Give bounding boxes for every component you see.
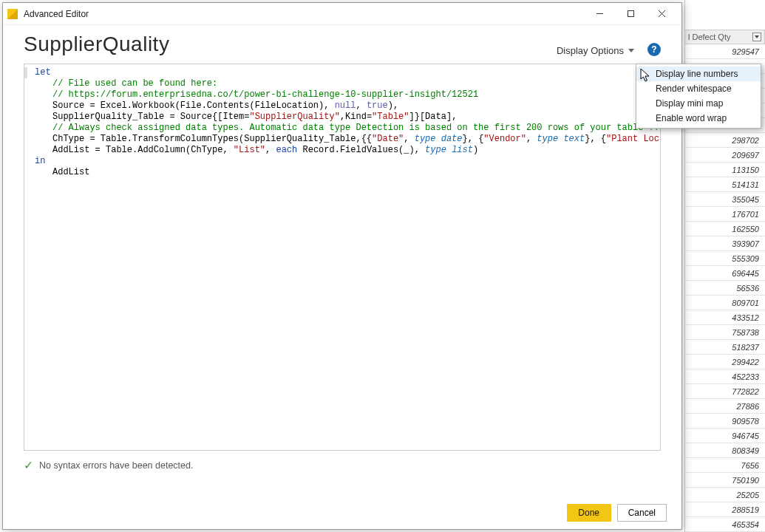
display-options-label: Display Options bbox=[557, 45, 624, 56]
menu-item-whitespace[interactable]: Render whitespace bbox=[636, 81, 761, 96]
window-title: Advanced Editor bbox=[24, 9, 89, 19]
menu-item-wordwrap[interactable]: Enable word wrap bbox=[636, 111, 761, 126]
menu-item-line-numbers[interactable]: Display line numbers bbox=[636, 66, 761, 81]
data-cell[interactable]: 209697 bbox=[685, 148, 765, 163]
data-cell[interactable]: 518237 bbox=[685, 340, 765, 355]
code-editor[interactable]: let // File used can be found here: // h… bbox=[24, 64, 661, 451]
syntax-status-text: No syntax errors have been detected. bbox=[39, 460, 193, 471]
data-cell[interactable]: 56536 bbox=[685, 281, 765, 296]
column-header-label: l Defect Qty bbox=[688, 33, 730, 41]
data-cell[interactable]: 946745 bbox=[685, 429, 765, 443]
data-cell[interactable]: 298702 bbox=[685, 133, 765, 148]
data-cell[interactable]: 433512 bbox=[685, 310, 765, 325]
menu-item-minimap[interactable]: Display mini map bbox=[636, 96, 761, 111]
dialog-footer: Done Cancel bbox=[567, 504, 667, 522]
data-cell[interactable]: 696445 bbox=[685, 266, 765, 281]
data-cell[interactable]: 355045 bbox=[685, 192, 765, 207]
data-cell[interactable]: 176701 bbox=[685, 207, 765, 222]
data-cell[interactable]: 288519 bbox=[685, 502, 765, 517]
data-cell[interactable]: 465354 bbox=[685, 517, 765, 532]
display-options-menu: Display line numbers Render whitespace D… bbox=[636, 64, 761, 129]
advanced-editor-dialog: Advanced Editor SupplierQuality Display … bbox=[2, 2, 682, 530]
data-cell[interactable]: 772822 bbox=[685, 384, 765, 399]
column-header-defect-qty[interactable]: l Defect Qty bbox=[685, 30, 765, 44]
maximize-button[interactable] bbox=[615, 3, 646, 25]
titlebar: Advanced Editor bbox=[3, 3, 681, 25]
data-cell[interactable]: 809701 bbox=[685, 296, 765, 310]
data-cell[interactable]: 299422 bbox=[685, 355, 765, 369]
data-cell[interactable]: 808349 bbox=[685, 443, 765, 458]
data-cell[interactable]: 929547 bbox=[685, 44, 765, 59]
data-cell[interactable]: 25205 bbox=[685, 488, 765, 502]
data-cell[interactable]: 113150 bbox=[685, 163, 765, 177]
data-cell[interactable]: 909578 bbox=[685, 414, 765, 429]
query-name: SupplierQuality bbox=[24, 33, 169, 56]
app-icon bbox=[7, 9, 18, 19]
data-cell[interactable]: 162550 bbox=[685, 222, 765, 236]
help-icon[interactable]: ? bbox=[647, 43, 661, 56]
syntax-status: ✓ No syntax errors have been detected. bbox=[24, 458, 661, 472]
subheader: SupplierQuality Display Options ? bbox=[3, 25, 681, 59]
column-dropdown-icon[interactable] bbox=[752, 33, 761, 41]
data-cell[interactable]: 555309 bbox=[685, 251, 765, 266]
close-button[interactable] bbox=[646, 3, 677, 25]
chevron-down-icon bbox=[628, 49, 634, 52]
display-options-dropdown[interactable]: Display Options bbox=[557, 45, 634, 56]
cancel-button[interactable]: Cancel bbox=[617, 504, 667, 522]
checkmark-icon: ✓ bbox=[24, 458, 33, 472]
data-cell[interactable]: 393907 bbox=[685, 236, 765, 251]
data-cell[interactable]: 758738 bbox=[685, 325, 765, 340]
data-cell[interactable]: 27886 bbox=[685, 399, 765, 414]
svg-rect-1 bbox=[628, 11, 633, 17]
data-cell[interactable]: 750190 bbox=[685, 473, 765, 488]
minimize-button[interactable] bbox=[584, 3, 615, 25]
data-cell[interactable]: 452233 bbox=[685, 369, 765, 384]
data-cell[interactable]: 514131 bbox=[685, 177, 765, 192]
data-cell[interactable]: 7656 bbox=[685, 458, 765, 473]
done-button[interactable]: Done bbox=[567, 504, 611, 522]
